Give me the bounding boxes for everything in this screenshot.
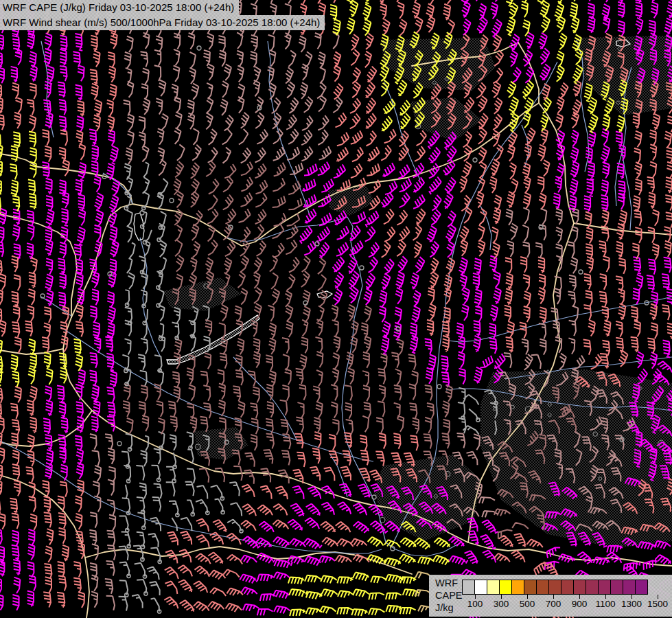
cape-color-swatch xyxy=(474,580,487,595)
cape-color-swatch xyxy=(548,580,561,595)
cape-tick-label: 900 xyxy=(572,599,588,609)
cape-color-swatch xyxy=(487,580,500,595)
legend-label-stack: WRF CAPE J/kg xyxy=(435,577,463,614)
legend-model-label: WRF xyxy=(435,577,463,589)
cape-title-line: WRF CAPE (J/kg) Friday 03-10-2025 18:00 … xyxy=(0,0,239,15)
cape-color-swatch xyxy=(536,580,549,595)
cape-color-swatch xyxy=(511,580,524,595)
map-title-overlay: WRF CAPE (J/kg) Friday 03-10-2025 18:00 … xyxy=(0,0,325,30)
cape-color-swatch xyxy=(623,580,636,595)
cape-tick-label: 700 xyxy=(546,599,561,609)
legend-variable-label: CAPE xyxy=(435,589,463,602)
map-canvas xyxy=(0,0,672,618)
cape-tick-label: 1100 xyxy=(595,599,615,609)
cape-tick-label: 1300 xyxy=(621,599,642,609)
legend-unit-label: J/kg xyxy=(435,602,463,614)
cape-color-swatch xyxy=(598,580,611,595)
cape-legend: WRF CAPE J/kg 10030050070090011001300150… xyxy=(429,575,672,617)
cape-color-swatch xyxy=(635,580,648,595)
cape-tick-label: 300 xyxy=(494,599,509,609)
cape-color-swatch xyxy=(610,580,623,595)
cape-colorbar xyxy=(462,580,647,595)
cape-color-swatch xyxy=(561,580,574,595)
cape-color-swatch xyxy=(499,580,512,595)
cape-tick-label: 1500 xyxy=(647,599,668,609)
cape-color-swatch xyxy=(462,580,475,595)
cape-colorbar-ticks: 100300500700900110013001500 xyxy=(462,595,659,614)
cape-color-swatch xyxy=(524,580,537,595)
cape-tick-label: 100 xyxy=(467,599,483,609)
cape-color-swatch xyxy=(573,580,586,595)
wrf-weather-map: WRF CAPE (J/kg) Friday 03-10-2025 18:00 … xyxy=(0,0,672,618)
cape-color-swatch xyxy=(586,580,599,595)
cape-tick-label: 500 xyxy=(520,599,535,609)
wind-shear-title-line: WRF Wind shear (m/s) 500/1000hPa Friday … xyxy=(0,15,325,30)
